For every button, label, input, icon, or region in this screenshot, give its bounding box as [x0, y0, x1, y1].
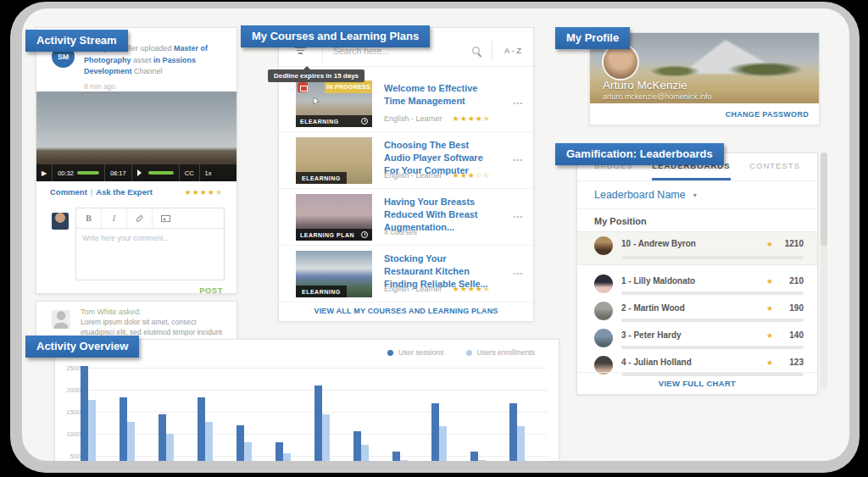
leaderboard-points: 1210: [785, 239, 804, 248]
chevron-down-icon: ▾: [693, 191, 697, 199]
leaderboard-rank-name: 2 - Martin Wood: [621, 303, 685, 313]
bar-enrollments: [283, 453, 291, 461]
change-password-link[interactable]: CHANGE PASSWORD: [726, 110, 809, 119]
view-full-chart-link[interactable]: VIEW FULL CHART: [577, 372, 817, 394]
search-icon[interactable]: [472, 47, 480, 54]
profile-name: Arturo McKenzie: [603, 79, 687, 92]
courses-header: My Courses and Learning Plans: [241, 25, 430, 47]
course-thumbnail[interactable]: ELEARNING: [296, 251, 372, 297]
comment-input[interactable]: [76, 229, 224, 278]
leaderboard-rank-name: 4 - Julian Holland: [621, 358, 692, 367]
course-thumbnail[interactable]: ELEARNING: [296, 137, 372, 184]
bar-enrollments: [361, 445, 369, 461]
course-menu-button[interactable]: •••: [514, 269, 523, 277]
star-icon: ★: [766, 240, 773, 248]
avatar-initials: SM: [58, 53, 70, 61]
comment-composer: B I: [75, 208, 225, 280]
star-icon: ★: [766, 277, 773, 286]
video-progress-bar[interactable]: [77, 171, 99, 175]
bar-sessions: [81, 366, 88, 461]
leaderboard-row: 1 - Lilly Maldonato ★ 210: [577, 272, 817, 299]
course-rating-stars: ★★★☆☆: [453, 171, 491, 180]
courses-card: A - Z Dedline expires in 15 days IN PROG…: [278, 27, 534, 322]
speaker-icon: [137, 169, 145, 176]
question-header[interactable]: Tom White asked:: [81, 308, 142, 316]
ask-expert-link[interactable]: Ask the Expert: [96, 187, 153, 197]
chart-bars[interactable]: [81, 361, 552, 461]
y-axis-tick: 2000: [58, 386, 81, 394]
legend-user-sessions[interactable]: User sessions: [387, 348, 443, 357]
course-subtitle: English - Learner: [384, 114, 442, 123]
volume-bar[interactable]: [148, 171, 174, 175]
y-axis-tick: 500: [58, 452, 81, 460]
clock-icon: [361, 231, 368, 238]
video-elapsed: 00:32: [58, 169, 74, 177]
bar-sessions: [470, 452, 478, 461]
course-row[interactable]: ELEARNING Choosing The Best Audio Player…: [279, 132, 533, 189]
video-player[interactable]: ▶ 00:32 08:17 CC 1x: [36, 92, 236, 181]
course-menu-button[interactable]: •••: [514, 99, 523, 107]
link-button[interactable]: [127, 208, 153, 228]
leaderboard-row: 3 - Peter Hardy ★ 140: [577, 326, 817, 353]
bar-sessions: [120, 397, 127, 461]
italic-button[interactable]: I: [102, 208, 127, 228]
y-axis-tick: 1000: [58, 430, 81, 438]
bar-sessions: [314, 385, 322, 461]
course-menu-button[interactable]: •••: [514, 213, 523, 220]
scrollbar-thumb[interactable]: [821, 153, 827, 246]
dashboard-page: Activity Stream SM Stacey M. Miller uplo…: [22, 8, 849, 461]
post-rating-stars[interactable]: ★★★★★: [185, 188, 223, 197]
leaderboard-select[interactable]: Leaderboard Name ▾: [577, 181, 817, 209]
scrollbar[interactable]: [821, 153, 827, 390]
gamification-title: Gamification: Leaderboards: [566, 147, 713, 160]
legend-users-enrollments[interactable]: Users enrollments: [466, 348, 536, 357]
course-menu-button[interactable]: •••: [514, 156, 523, 164]
bar-enrollments: [127, 422, 135, 461]
avatar: [52, 310, 70, 329]
video-duration: 08:17: [110, 169, 126, 177]
volume-control[interactable]: [131, 164, 179, 181]
play-icon: ▶: [42, 169, 47, 177]
view-all-courses-link[interactable]: VIEW ALL MY COURSES AND LEARNING PLANS: [279, 301, 533, 321]
course-row[interactable]: IN PROGRESS ELEARNING Welcome to Effecti…: [279, 75, 533, 132]
profile-header: My Profile: [555, 27, 630, 49]
course-thumbnail[interactable]: LEARNING PLAN: [296, 194, 372, 241]
course-thumbnail[interactable]: IN PROGRESS ELEARNING: [296, 80, 372, 127]
cc-button[interactable]: CC: [179, 164, 199, 181]
course-row[interactable]: ELEARNING Stocking Your Restaurant Kitch…: [279, 246, 533, 302]
course-title[interactable]: Welcome to Effective Time Management: [384, 82, 498, 108]
course-subtitle: English - Learner: [384, 171, 442, 180]
course-row[interactable]: LEARNING PLAN Having Your Breasts Reduce…: [279, 189, 533, 246]
leaderboard-rank-name: 3 - Peter Hardy: [621, 330, 682, 340]
post-action: uploaded: [141, 44, 172, 53]
star-icon: ★: [766, 331, 773, 340]
leaderboard-row: 2 - Martin Wood ★ 190: [577, 299, 817, 326]
image-button[interactable]: [153, 208, 178, 228]
comment-link[interactable]: Comment: [50, 187, 87, 197]
bar-enrollments: [478, 460, 486, 461]
bar-enrollments: [439, 426, 447, 461]
course-type-badge: ELEARNING: [300, 119, 339, 125]
tab-contests[interactable]: CONTESTS: [749, 153, 800, 180]
post-button[interactable]: POST: [199, 286, 223, 295]
profile-title: My Profile: [566, 31, 619, 44]
leaderboard-points: 123: [789, 358, 804, 367]
course-type-badge: ELEARNING: [296, 172, 347, 184]
bold-button[interactable]: B: [76, 208, 102, 228]
status-badge: IN PROGRESS: [325, 80, 372, 93]
play-button[interactable]: ▶: [36, 164, 52, 181]
legend-dot-enrollments: [466, 350, 472, 356]
bar-enrollments: [205, 422, 213, 461]
speed-button[interactable]: 1x: [199, 164, 217, 181]
post-actions: Comment | Ask the Expert ★★★★★: [36, 187, 236, 197]
gamification-card: BADGES LEADERBOARDS CONTESTS Leaderboard…: [576, 153, 818, 395]
activity-overview-title: Activity Overview: [36, 340, 128, 352]
bar-sessions: [236, 425, 244, 461]
my-position-row: 10 - Andrew Byron ★ 1210: [577, 231, 817, 265]
sort-az-button[interactable]: A - Z: [492, 46, 533, 55]
avatar: [594, 302, 613, 320]
filter-icon: [295, 47, 306, 54]
bar-sessions: [275, 442, 283, 461]
leaderboard-points: 140: [789, 330, 804, 340]
bar-enrollments: [166, 434, 174, 461]
